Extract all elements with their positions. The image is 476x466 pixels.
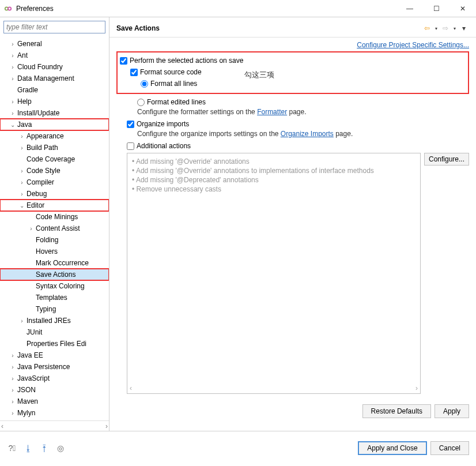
tree-item-debug[interactable]: ›Debug [0,188,109,200]
highlight-box: Perform the selected actions on save For… [116,51,469,94]
apply-and-close-button[interactable]: Apply and Close [358,441,426,455]
perform-on-save-checkbox[interactable]: Perform the selected actions on save [120,55,466,66]
import-icon[interactable]: ⭳ [23,443,33,453]
content-panel: Save Actions ⇦ ▾ ⇨ ▾ ▾ Configure Project… [109,17,476,431]
tree-item-cloud[interactable]: ›Cloud Foundry [0,61,109,73]
sidebar-hscroll[interactable]: ‹› [0,420,109,431]
format-edited-lines-radio[interactable]: Format edited lines [116,96,469,108]
forward-icon[interactable]: ⇨ [440,23,451,33]
list-item: • Add missing '@Override' annotations [132,157,415,166]
list-item: • Remove unnecessary casts [132,185,415,194]
tree-item-codestyle[interactable]: ›Code Style [0,165,109,176]
list-item: • Add missing '@Override' annotations to… [132,166,415,175]
tree-item-markocc[interactable]: Mark Occurrence [0,257,109,269]
additional-actions-list: • Add missing '@Override' annotations • … [127,153,421,394]
minimize-button[interactable]: — [396,0,423,17]
formatter-config-line: Configure the formatter settings on the … [116,108,469,116]
tree-item-help[interactable]: ›Help [0,96,109,107]
tree-item-ant[interactable]: ›Ant [0,50,109,61]
tree-item-javascript[interactable]: ›JavaScript [0,373,109,384]
tree-item-install[interactable]: ›Install/Update [0,107,109,119]
sidebar: ›General ›Ant ›Cloud Foundry ›Data Manag… [0,17,109,431]
tree-item-editor[interactable]: ⌄Editor [0,200,109,211]
tree-item-javapersist[interactable]: ›Java Persistence [0,361,109,373]
tree-item-javaee[interactable]: ›Java EE [0,350,109,361]
tree-item-templates[interactable]: Templates [0,292,109,303]
tree-item-appearance[interactable]: ›Appearance [0,130,109,142]
app-icon [3,4,13,13]
format-source-label: Format source code [140,68,202,76]
perform-on-save-label: Perform the selected actions on save [130,57,243,65]
organize-config-line: Configure the organize imports settings … [116,130,469,138]
filter-input[interactable] [3,21,105,33]
page-heading: Save Actions [116,24,160,32]
view-menu-icon[interactable]: ▾ [459,23,469,33]
tree-item-propfiles[interactable]: Properties Files Edi [0,338,109,350]
tree-item-typing[interactable]: Typing [0,303,109,315]
refresh-icon[interactable]: ◎ [55,443,66,453]
back-icon[interactable]: ⇦ [422,23,432,33]
tree-item-compiler[interactable]: ›Compiler [0,176,109,188]
export-icon[interactable]: ⭱ [39,443,50,453]
listbox-hscroll[interactable]: ‹› [130,384,418,392]
svg-point-1 [8,7,11,10]
preferences-tree: ›General ›Ant ›Cloud Foundry ›Data Manag… [0,37,109,420]
tree-item-codecov[interactable]: Code Coverage [0,153,109,165]
tree-item-buildpath[interactable]: ›Build Path [0,142,109,153]
format-all-lines-radio[interactable]: Format all lines [120,78,466,89]
close-button[interactable]: ✕ [449,0,476,17]
forward-menu-icon[interactable]: ▾ [452,23,458,33]
footer: ?⃝ ⭳ ⭱ ◎ Apply and Close Cancel [0,431,476,465]
organize-imports-label: Organize imports [137,120,189,128]
tree-item-maven[interactable]: ›Maven [0,396,109,407]
tree-item-java[interactable]: ⌄Java [0,119,109,130]
tree-item-gradle[interactable]: Gradle [0,84,109,96]
restore-defaults-button[interactable]: Restore Defaults [362,404,431,418]
list-item: • Add missing '@Deprecated' annotations [132,175,415,185]
tree-item-mylyn[interactable]: ›Mylyn [0,407,109,419]
organize-imports-link[interactable]: Organize Imports [281,130,334,138]
tree-item-saveactions[interactable]: Save Actions [0,269,109,280]
format-source-checkbox[interactable]: Format source code [120,66,466,78]
tree-item-general[interactable]: ›General [0,38,109,50]
tree-item-hovers[interactable]: Hovers [0,246,109,257]
format-edited-lines-label: Format edited lines [147,98,206,106]
configure-button[interactable]: Configure... [424,153,469,166]
organize-imports-checkbox[interactable]: Organize imports [116,118,469,130]
additional-actions-checkbox[interactable]: Additional actions [116,140,469,152]
tree-item-junit[interactable]: JUnit [0,326,109,338]
tree-item-installedjres[interactable]: ›Installed JREs [0,315,109,326]
back-menu-icon[interactable]: ▾ [433,23,439,33]
maximize-button[interactable]: ☐ [423,0,449,17]
additional-actions-label: Additional actions [137,142,191,150]
format-all-lines-label: Format all lines [150,80,197,88]
tree-item-folding[interactable]: Folding [0,234,109,246]
cancel-button[interactable]: Cancel [430,441,469,455]
window-title: Preferences [16,5,54,13]
tree-item-json[interactable]: ›JSON [0,384,109,396]
tree-item-syntaxcolor[interactable]: Syntax Coloring [0,280,109,292]
titlebar: Preferences — ☐ ✕ [0,0,476,17]
tree-item-datamgmt[interactable]: ›Data Management [0,73,109,84]
tree-item-contentassist[interactable]: ›Content Assist [0,223,109,234]
annotation-text: 勾这三项 [244,70,274,80]
apply-button[interactable]: Apply [435,404,469,418]
project-specific-link[interactable]: Configure Project Specific Settings... [357,41,469,49]
formatter-link[interactable]: Formatter [257,108,287,116]
help-icon[interactable]: ?⃝ [7,443,17,453]
tree-item-codeminings[interactable]: Code Minings [0,211,109,223]
